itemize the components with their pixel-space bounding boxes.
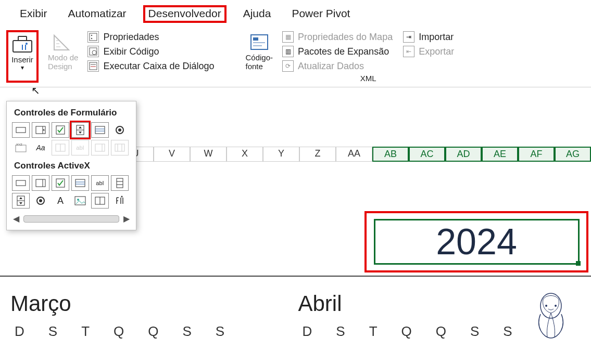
toolbox-icon: [11, 33, 33, 55]
exportar-label: Exportar: [419, 46, 454, 57]
ax-option-icon[interactable]: [32, 193, 49, 209]
svg-rect-1: [18, 36, 27, 41]
ax-checkbox-icon[interactable]: [52, 175, 69, 191]
code-icon: [87, 46, 99, 57]
prop-mapa-label: Propriedades do Mapa: [298, 32, 393, 43]
ax-more-icon[interactable]: [111, 193, 129, 209]
ax-spinner-icon[interactable]: [12, 193, 30, 209]
ribbon-tabs: Exibir Automatizar Desenvolvedor Ajuda P…: [0, 0, 591, 26]
column-header-AD[interactable]: AD: [445, 147, 482, 162]
scroll-track[interactable]: [23, 215, 119, 223]
tab-ajuda[interactable]: Ajuda: [239, 5, 275, 23]
export-icon: ⇤: [403, 46, 414, 57]
month-march-label: Março: [10, 291, 298, 316]
ax-listbox-icon[interactable]: [71, 175, 89, 191]
codigo-fonte-button[interactable]: Código- fonte: [243, 30, 276, 83]
exportar-button[interactable]: ⇤ Exportar: [403, 46, 454, 57]
column-header-AB[interactable]: AB: [372, 147, 409, 162]
form-controls-grid: XYZ Aa abI: [12, 122, 131, 155]
svg-point-4: [26, 43, 28, 45]
exibir-codigo-button[interactable]: Exibir Código: [87, 46, 214, 57]
ax-button-icon[interactable]: [12, 175, 30, 191]
form-frame-icon[interactable]: [52, 140, 69, 155]
column-header-AG[interactable]: AG: [555, 147, 591, 162]
activex-controls-title: Controles ActiveX: [14, 161, 131, 171]
column-header-V[interactable]: V: [154, 147, 190, 162]
svg-point-55: [77, 199, 79, 201]
inserir-label: Inserir: [11, 55, 33, 64]
importar-button[interactable]: ⇥ Importar: [403, 31, 454, 43]
scroll-right-icon[interactable]: ▶: [122, 214, 131, 224]
source-icon: [248, 31, 270, 53]
modo-design-label: Modo de Design: [48, 53, 78, 71]
form-listbox-icon[interactable]: [91, 122, 109, 138]
svg-point-58: [121, 196, 123, 198]
year-highlight-box: 2024: [364, 211, 588, 272]
month-march: Março DSTQQSS: [10, 291, 298, 340]
form-combo-icon[interactable]: [32, 122, 49, 138]
propriedades-button[interactable]: Propriedades: [87, 31, 214, 43]
weekday-label: S: [48, 323, 57, 340]
column-header-AE[interactable]: AE: [482, 147, 518, 162]
ax-image-icon[interactable]: [71, 193, 89, 209]
svg-rect-37: [115, 144, 124, 151]
weekday-label: D: [15, 323, 24, 340]
properties-icon: [87, 31, 99, 43]
column-header-Y[interactable]: Y: [263, 147, 299, 162]
ax-toggle-icon[interactable]: [91, 193, 109, 209]
tab-desenvolvedor[interactable]: Desenvolvedor: [143, 5, 227, 23]
column-header-Z[interactable]: Z: [299, 147, 336, 162]
executar-caixa-label: Executar Caixa de Diálogo: [103, 61, 214, 72]
ax-textbox-icon[interactable]: abI: [91, 175, 109, 191]
propriedades-label: Propriedades: [103, 32, 159, 43]
form-checkbox-icon[interactable]: [52, 122, 69, 138]
prop-mapa-button[interactable]: ▦ Propriedades do Mapa: [282, 31, 393, 43]
svg-point-30: [118, 128, 121, 132]
column-header-AA[interactable]: AA: [336, 147, 372, 162]
column-header-AC[interactable]: AC: [409, 147, 445, 162]
scroll-left-icon[interactable]: ◀: [12, 214, 20, 224]
importar-label: Importar: [419, 32, 454, 43]
column-header-X[interactable]: X: [227, 147, 263, 162]
weekday-label: S: [503, 323, 512, 340]
weekday-label: S: [182, 323, 191, 340]
insert-controls-dropdown: Controles de Formulário XYZ Aa abI Contr…: [6, 101, 136, 230]
form-scrollbar-icon[interactable]: [111, 140, 129, 155]
form-label-icon[interactable]: Aa: [32, 140, 49, 155]
form-groupbox-icon[interactable]: XYZ: [12, 140, 30, 155]
form-button-icon[interactable]: [12, 122, 30, 138]
controls-group: Propriedades Exibir Código Executar Caix…: [87, 30, 214, 83]
tab-power-pivot[interactable]: Power Pivot: [287, 5, 354, 23]
atualizar-dados-button[interactable]: ⟳ Atualizar Dados: [282, 60, 393, 72]
form-textfield-icon[interactable]: abI: [71, 140, 89, 155]
svg-point-53: [39, 199, 42, 202]
form-controls-title: Controles de Formulário: [14, 108, 131, 118]
executar-caixa-button[interactable]: Executar Caixa de Diálogo: [87, 60, 214, 72]
pacotes-expansao-button[interactable]: ▥ Pacotes de Expansão: [282, 46, 393, 57]
expansion-packs-icon: ▥: [282, 46, 294, 57]
ruler-triangle-icon: [52, 31, 74, 53]
column-header-AF[interactable]: AF: [518, 147, 555, 162]
weekday-label: S: [336, 323, 345, 340]
year-cell[interactable]: 2024: [374, 219, 580, 265]
svg-rect-35: [95, 144, 105, 151]
inserir-button[interactable]: Inserir ▾: [6, 30, 39, 83]
tab-exibir[interactable]: Exibir: [16, 5, 52, 23]
activex-controls-grid: abI A: [12, 175, 131, 209]
form-option-icon[interactable]: [111, 122, 129, 138]
weekday-label: Q: [436, 323, 446, 340]
dropdown-scrollbar[interactable]: ◀ ▶: [12, 214, 131, 224]
weekday-label: Q: [148, 323, 158, 340]
weekday-label: S: [216, 323, 224, 340]
svg-rect-47: [117, 178, 123, 188]
column-header-W[interactable]: W: [190, 147, 227, 162]
tab-automatizar[interactable]: Automatizar: [64, 5, 131, 23]
ax-label-icon[interactable]: A: [52, 193, 69, 209]
chevron-down-icon: ▾: [21, 64, 24, 71]
form-spinner-icon[interactable]: [71, 122, 89, 138]
ax-combo-icon[interactable]: [32, 175, 49, 191]
modo-design-button[interactable]: Modo de Design: [45, 30, 81, 83]
svg-point-9: [91, 35, 92, 36]
form-combobox2-icon[interactable]: [91, 140, 109, 155]
ax-scrollbar-icon[interactable]: [111, 175, 129, 191]
